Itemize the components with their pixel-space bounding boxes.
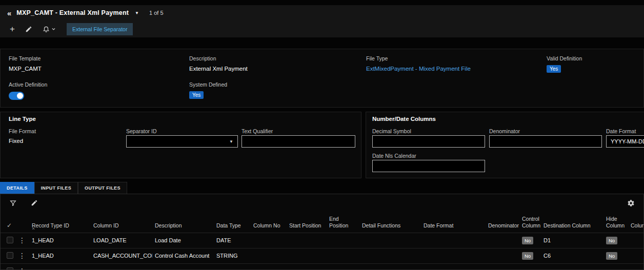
text-qualifier-input[interactable] [242,135,355,148]
col-header-label: Column No [253,222,280,229]
cell-column-truncated [628,233,644,248]
cell-record-type-id: 1_HEAD [29,233,91,248]
col-header-denominator[interactable]: Denominator [486,212,519,233]
external-file-separator-tab[interactable]: External File Separator [67,23,133,35]
no-badge: No [522,237,533,244]
file-template-label: File Template [9,55,42,61]
title-caret-down-icon[interactable]: ▼ [135,11,139,15]
row-checkbox[interactable] [7,267,13,270]
cell-column-id: LOAD_DATE [91,233,152,248]
cell-denominator [486,233,519,248]
col-header-column-no[interactable]: Column No [251,212,287,233]
bell-icon [43,25,50,33]
date-format-input[interactable] [606,135,644,148]
description-label: Description [189,55,248,61]
valid-definition-label: Valid Definition [547,55,582,61]
table-row[interactable]: ⋮ 1_HEAD CASH_ACCOUNT_CONT... Control Ca… [1,248,644,263]
tab-bar: DETAILS INPUT FILES OUTPUT FILES [0,182,644,194]
page-title: MXP_CAMT - External Xml Payment [16,9,129,16]
filter-button[interactable] [9,199,17,207]
col-header-control-column[interactable]: Control Column [519,212,541,233]
separator-id-select[interactable]: ▼ [126,135,238,148]
decimal-symbol-input[interactable] [372,135,485,148]
line-type-panel: Line Type File Format Fixed Separator ID… [0,112,361,178]
col-header-label: Hide Column [606,216,625,229]
grid-settings-button[interactable] [627,199,635,207]
row-menu-icon[interactable]: ⋮ [18,236,26,244]
toolbar: + External File Separator [0,20,644,37]
col-header-record-type-id[interactable]: Record Type ID ^ [29,212,91,233]
select-caret-down-icon: ▼ [229,139,233,144]
col-header-date-format[interactable]: Date Format [421,212,486,233]
col-header-end-position[interactable]: End Position [327,212,359,233]
cell-hide-column: No [603,233,628,248]
col-header-destination-column[interactable]: Destination Column [541,212,603,233]
toggle-knob [17,93,23,99]
no-badge: No [522,252,533,260]
cell-column-id: CASH_ACCOUNT_CONT... [91,248,152,263]
row-checkbox[interactable] [7,252,13,259]
separator-id-label: Separator ID [126,128,157,134]
add-button[interactable]: + [5,23,19,36]
col-header-data-type[interactable]: Data Type [214,212,251,233]
number-date-title: Number/Date Columns [372,116,436,122]
cell-column-truncated [628,248,644,263]
col-header-description[interactable]: Description [152,212,214,233]
cell-date-format [421,233,486,248]
col-header-start-position[interactable]: Start Position [287,212,327,233]
cell-control-column: No [519,248,541,263]
cell-end-position [327,233,359,248]
filter-icon [9,199,17,207]
table-header-row: ✓ Record Type ID ^ Column ID Description… [1,212,644,233]
tab-output-files[interactable]: OUTPUT FILES [78,182,127,194]
file-format-value: Fixed [9,138,23,144]
file-template-form: File Template MXP_CAMT Description Exter… [0,49,644,108]
table-row[interactable]: ⋮ 1_HEAD LOAD_DATE Load Date DATE No D1 … [1,233,644,248]
cell-description: Control Cash Account [152,248,214,263]
cell-date-format [421,248,486,263]
titlebar: « MXP_CAMT - External Xml Payment ▼ 1 of… [0,5,644,20]
select-all-checkbox[interactable]: ✓ [7,222,12,229]
tab-input-files[interactable]: INPUT FILES [34,182,78,194]
record-pager: 1 of 5 [149,10,164,16]
tab-details[interactable]: DETAILS [0,182,34,194]
pencil-icon [31,199,38,206]
edit-rows-button[interactable] [31,199,38,206]
cell-data-type: STRING [214,248,251,263]
col-header-column-truncated[interactable]: Colum [628,212,644,233]
col-header-label: Control Column [522,216,540,229]
cell-column-no [251,233,287,248]
table-row-partial[interactable]: ⋮ [1,263,644,270]
col-header-column-id[interactable]: Column ID [91,212,152,233]
col-header-detail-functions[interactable]: Detail Functions [359,212,421,233]
collapse-panel-icon[interactable]: « [7,9,11,17]
pencil-icon [25,26,32,33]
active-definition-toggle[interactable] [9,92,24,100]
date-nls-calendar-input[interactable] [372,160,485,172]
col-header-hide-column[interactable]: Hide Column [603,212,628,233]
grid-toolbar [1,194,643,212]
notifications-button[interactable] [38,23,61,36]
col-header-label: Data Type [216,222,241,229]
sort-asc-icon: ^ [32,226,34,233]
denominator-input[interactable] [489,135,602,148]
cell-denominator [486,248,519,263]
system-defined-label: System Defined [189,81,227,88]
active-definition-label: Active Definition [9,81,47,88]
col-header-label: Start Position [289,222,321,229]
system-defined-badge: Yes [189,91,204,99]
row-checkbox[interactable] [7,237,13,243]
col-header-label: Destination Column [544,222,591,229]
cell-record-type-id: 1_HEAD [29,248,91,263]
col-header-label: Detail Functions [362,222,400,229]
edit-button[interactable] [22,23,36,36]
col-header-label: Description [155,222,182,229]
col-header-label: Denominator [488,222,519,229]
field-valid-definition: Valid Definition Yes [547,55,582,73]
col-header-label: Date Format [424,222,453,229]
file-type-link[interactable]: ExtMixedPayment - Mixed Payment File [366,66,471,72]
row-menu-icon[interactable]: ⋮ [18,252,26,260]
field-file-template: File Template MXP_CAMT [9,55,42,72]
field-description: Description External Xml Payment [189,55,248,72]
row-menu-icon[interactable]: ⋮ [18,267,26,270]
